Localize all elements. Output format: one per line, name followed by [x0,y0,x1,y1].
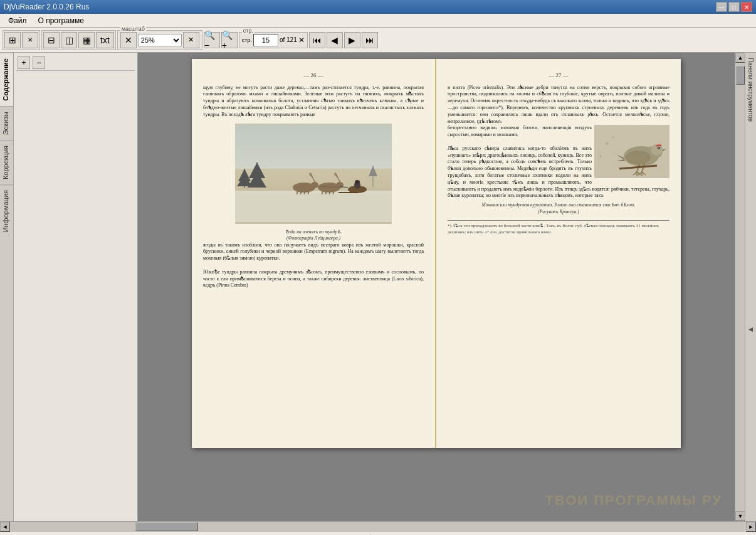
zoom-increase-btn[interactable]: 🔍+ [221,32,238,48]
view-btn-3[interactable]: ▦ [78,32,95,48]
horizontal-scrollbar[interactable]: ◄ ► [0,521,756,531]
sled-illustration [235,125,392,222]
right-page-text-1: и пихта (Picea orientalis). Эти лѣсные д… [448,85,669,125]
zoom-in-icon[interactable]: ✕ [183,32,199,48]
page-of-text: стр. [242,37,252,43]
page-number-input[interactable] [253,34,278,46]
svg-rect-33 [235,194,392,222]
watermark: ТВОИ ПРОГРАММЫ РУ [545,492,722,509]
window-controls: — □ ✕ [716,2,752,12]
panel-toggle-arrow[interactable]: ◄ [747,325,755,334]
right-tools-panel: Панели инструментов ◄ [745,53,756,521]
menubar: Файл О программе [0,14,756,28]
maximize-button[interactable]: □ [728,2,740,12]
menu-file[interactable]: Файл [3,14,33,27]
page-nav-group: ⊟ ◫ ▦ txt [41,30,116,50]
page-total-text: of 121 [280,36,297,43]
left-page-text-1: щую глубину, не могутъ расти даже деревь… [203,85,424,119]
left-page-number: — 26 — [203,72,424,80]
sidebar-tab-contents[interactable]: Содержание [0,53,13,106]
hscroll-right-btn[interactable]: ► [746,522,756,532]
view-btn-2[interactable]: ◫ [61,32,77,48]
svg-point-52 [600,156,602,157]
scroll-track[interactable] [735,63,745,511]
toolbar: ⊞ ✕ ⊟ ◫ ▦ txt масштаб ✕ 10% 25% 50% 75% … [0,28,756,53]
zoom-label: масштаб [120,26,146,32]
zoom-btn-group: 🔍− 🔍+ [204,32,238,48]
hscroll-track[interactable] [10,522,746,532]
next-page-btn[interactable]: ▶ [344,32,360,48]
close-button[interactable]: ✕ [741,2,752,12]
panel-header: + − [16,55,135,71]
bird-caption: Моховая или тундровая куропатка. Зимою о… [448,202,669,215]
minimize-button[interactable]: — [716,2,727,12]
prev-page-btn[interactable]: ◀ [327,32,343,48]
book-spread: — 26 — щую глубину, не могутъ расти даже… [192,59,681,448]
zoom-group: масштаб ✕ 10% 25% 50% 75% 100% ✕ [117,30,202,50]
page-label: стр. [242,28,255,34]
right-page: — 27 — и пихта (Picea orientalis). Эти л… [436,59,681,448]
first-page-btn[interactable]: ⏮ [309,32,325,48]
reindeer-image [235,124,392,224]
svg-point-51 [612,137,614,139]
hscroll-left-btn[interactable]: ◄ [0,522,10,532]
svg-point-13 [311,182,318,188]
svg-point-50 [606,142,608,145]
sidebar-tab-correction[interactable]: Коррекция [0,140,13,184]
close-x-btn[interactable]: ✕ [22,32,38,48]
svg-point-30 [355,180,360,184]
image-caption: Ѣзда на оленяхъ по тундрѣ.(Фотографiя Ле… [203,229,424,242]
panel-content: + − [14,53,137,521]
txt-btn[interactable]: txt [96,32,114,48]
view-mode-group: ⊞ ✕ [3,30,40,50]
scroll-down-btn[interactable]: ▼ [735,511,745,521]
sidebar-tabs: Содержание Эскизы Коррекция Информация [0,53,14,521]
left-page: — 26 — щую глубину, не могутъ расти даже… [192,59,436,448]
page-input-group: стр. стр. of 121 ✕ [239,32,308,48]
main-area: Содержание Эскизы Коррекция Информация +… [0,53,756,521]
svg-line-23 [337,177,340,183]
svg-line-14 [312,177,315,183]
statusbar: ✓ Время открытия (мсек): 158.42/11.64 [ш… [0,531,756,535]
last-page-btn[interactable]: ⏭ [362,32,378,48]
menu-about[interactable]: О программе [33,14,90,27]
svg-point-37 [626,151,651,164]
left-panel: Содержание Эскизы Коррекция Информация +… [0,53,138,521]
view-btn-1[interactable]: ⊟ [43,32,60,48]
panel-expand-btn[interactable]: + [18,56,30,69]
sidebar-tab-info[interactable]: Информация [0,184,13,237]
app-title: DjVuReader 2.0.0.26 Rus [4,3,89,11]
sidebar-tab-thumbnails[interactable]: Эскизы [0,106,13,140]
titlebar: DjVuReader 2.0.0.26 Rus — □ ✕ [0,0,756,14]
right-page-number: — 27 — [448,72,669,80]
svg-point-40 [658,148,659,149]
vertical-scrollbar[interactable]: ▲ ▼ [735,53,745,521]
panel-label[interactable]: Панели инструментов [746,53,755,127]
svg-marker-5 [248,172,266,188]
nav-buttons: ⏮ ◀ ▶ ⏭ [309,32,378,48]
single-page-btn[interactable]: ⊞ [4,32,21,48]
footnote: *) Лѣса эти принадлежатъ во большей част… [448,220,669,236]
zoom-decrease-btn[interactable]: 🔍− [204,32,220,48]
svg-marker-7 [369,166,377,176]
panel-collapse-btn[interactable]: − [33,56,45,69]
scroll-thumb[interactable] [736,66,745,85]
zoom-out-btn[interactable]: ✕ [120,32,137,48]
bird-illustration [594,125,669,178]
zoom-select[interactable]: 10% 25% 50% 75% 100% [138,34,182,46]
left-page-text-2: ягоды въ такомъ изобліии, что она получа… [203,242,424,290]
close-x2[interactable]: ✕ [298,36,305,45]
hscroll-thumb[interactable] [135,522,198,531]
document-viewer[interactable]: — 26 — щую глубину, не могутъ расти даже… [138,53,735,521]
scroll-up-btn[interactable]: ▲ [735,53,745,63]
